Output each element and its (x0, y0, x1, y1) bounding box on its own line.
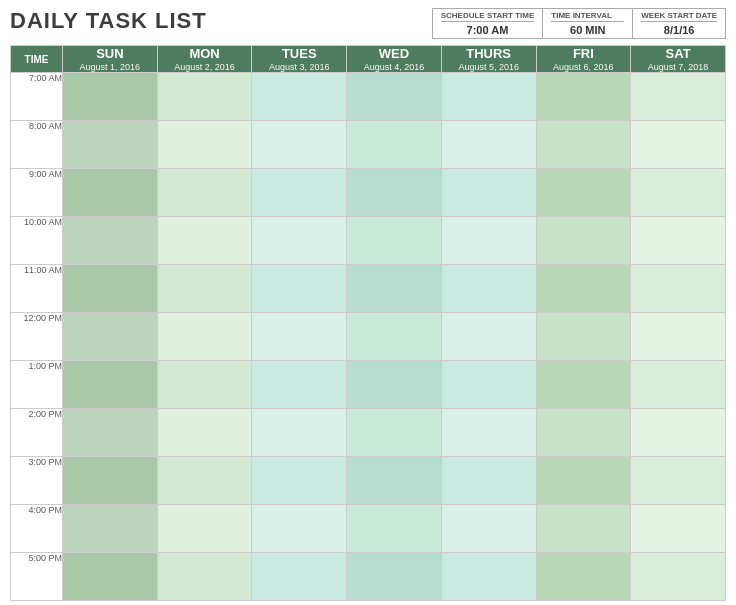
task-cell-7-5[interactable] (536, 409, 631, 457)
meta-schedule-start: SCHEDULE START TIME 7:00 AM (433, 9, 543, 38)
task-cell-0-2[interactable] (252, 73, 347, 121)
task-cell-6-0[interactable] (63, 361, 158, 409)
task-cell-4-1[interactable] (157, 265, 252, 313)
task-cell-8-0[interactable] (63, 457, 158, 505)
task-cell-5-2[interactable] (252, 313, 347, 361)
day-name-fri: FRI (537, 46, 631, 61)
day-date-thu: August 5, 2016 (442, 62, 536, 72)
task-cell-8-3[interactable] (347, 457, 442, 505)
task-cell-3-6[interactable] (631, 217, 726, 265)
time-interval-value: 60 MIN (551, 24, 624, 36)
task-cell-4-6[interactable] (631, 265, 726, 313)
time-column-header: TIME (11, 46, 63, 73)
task-cell-0-6[interactable] (631, 73, 726, 121)
task-cell-2-0[interactable] (63, 169, 158, 217)
col-header-mon: MON August 2, 2016 (157, 46, 252, 73)
day-name-tue: TUES (252, 46, 346, 61)
task-cell-2-4[interactable] (441, 169, 536, 217)
task-cell-1-3[interactable] (347, 121, 442, 169)
task-cell-10-6[interactable] (631, 553, 726, 601)
task-cell-1-5[interactable] (536, 121, 631, 169)
task-cell-6-4[interactable] (441, 361, 536, 409)
task-cell-1-0[interactable] (63, 121, 158, 169)
task-cell-9-4[interactable] (441, 505, 536, 553)
task-cell-7-6[interactable] (631, 409, 726, 457)
schedule-start-label: SCHEDULE START TIME (441, 11, 535, 22)
task-cell-9-0[interactable] (63, 505, 158, 553)
task-cell-3-2[interactable] (252, 217, 347, 265)
day-name-mon: MON (158, 46, 252, 61)
task-cell-3-3[interactable] (347, 217, 442, 265)
task-cell-7-2[interactable] (252, 409, 347, 457)
task-cell-5-0[interactable] (63, 313, 158, 361)
task-cell-8-2[interactable] (252, 457, 347, 505)
task-cell-6-6[interactable] (631, 361, 726, 409)
task-cell-3-4[interactable] (441, 217, 536, 265)
task-cell-10-4[interactable] (441, 553, 536, 601)
task-cell-8-1[interactable] (157, 457, 252, 505)
task-cell-1-2[interactable] (252, 121, 347, 169)
time-row: 10:00 AM (11, 217, 726, 265)
task-cell-5-3[interactable] (347, 313, 442, 361)
task-cell-0-5[interactable] (536, 73, 631, 121)
task-cell-7-4[interactable] (441, 409, 536, 457)
task-cell-9-3[interactable] (347, 505, 442, 553)
task-cell-3-1[interactable] (157, 217, 252, 265)
task-cell-10-1[interactable] (157, 553, 252, 601)
time-row: 5:00 PM (11, 553, 726, 601)
week-start-label: WEEK START DATE (641, 11, 717, 22)
task-cell-8-6[interactable] (631, 457, 726, 505)
page-title: DAILY TASK LIST (10, 8, 207, 34)
task-cell-0-1[interactable] (157, 73, 252, 121)
time-label-5: 12:00 PM (11, 313, 63, 361)
task-cell-2-1[interactable] (157, 169, 252, 217)
task-cell-5-1[interactable] (157, 313, 252, 361)
time-row: 9:00 AM (11, 169, 726, 217)
time-row: 12:00 PM (11, 313, 726, 361)
task-cell-9-6[interactable] (631, 505, 726, 553)
time-label-7: 2:00 PM (11, 409, 63, 457)
time-row: 1:00 PM (11, 361, 726, 409)
task-cell-1-1[interactable] (157, 121, 252, 169)
task-cell-3-5[interactable] (536, 217, 631, 265)
calendar-table: TIME SUN August 1, 2016 MON August 2, 20… (10, 45, 726, 601)
task-cell-10-2[interactable] (252, 553, 347, 601)
task-cell-2-6[interactable] (631, 169, 726, 217)
task-cell-10-5[interactable] (536, 553, 631, 601)
task-cell-8-4[interactable] (441, 457, 536, 505)
task-cell-7-1[interactable] (157, 409, 252, 457)
day-date-fri: August 6, 2016 (537, 62, 631, 72)
task-cell-2-3[interactable] (347, 169, 442, 217)
task-cell-9-1[interactable] (157, 505, 252, 553)
task-cell-1-4[interactable] (441, 121, 536, 169)
task-cell-4-5[interactable] (536, 265, 631, 313)
task-cell-5-4[interactable] (441, 313, 536, 361)
task-cell-9-2[interactable] (252, 505, 347, 553)
task-cell-4-4[interactable] (441, 265, 536, 313)
task-cell-7-3[interactable] (347, 409, 442, 457)
task-cell-9-5[interactable] (536, 505, 631, 553)
task-cell-6-2[interactable] (252, 361, 347, 409)
task-cell-8-5[interactable] (536, 457, 631, 505)
col-header-tue: TUES August 3, 2016 (252, 46, 347, 73)
task-cell-5-6[interactable] (631, 313, 726, 361)
task-cell-2-2[interactable] (252, 169, 347, 217)
task-cell-0-4[interactable] (441, 73, 536, 121)
task-cell-7-0[interactable] (63, 409, 158, 457)
col-header-thu: THURS August 5, 2016 (441, 46, 536, 73)
task-cell-6-3[interactable] (347, 361, 442, 409)
task-cell-4-0[interactable] (63, 265, 158, 313)
task-cell-3-0[interactable] (63, 217, 158, 265)
task-cell-2-5[interactable] (536, 169, 631, 217)
task-cell-0-3[interactable] (347, 73, 442, 121)
task-cell-1-6[interactable] (631, 121, 726, 169)
task-cell-0-0[interactable] (63, 73, 158, 121)
task-cell-6-1[interactable] (157, 361, 252, 409)
task-cell-10-3[interactable] (347, 553, 442, 601)
task-cell-4-2[interactable] (252, 265, 347, 313)
task-cell-10-0[interactable] (63, 553, 158, 601)
time-row: 3:00 PM (11, 457, 726, 505)
task-cell-5-5[interactable] (536, 313, 631, 361)
task-cell-6-5[interactable] (536, 361, 631, 409)
task-cell-4-3[interactable] (347, 265, 442, 313)
